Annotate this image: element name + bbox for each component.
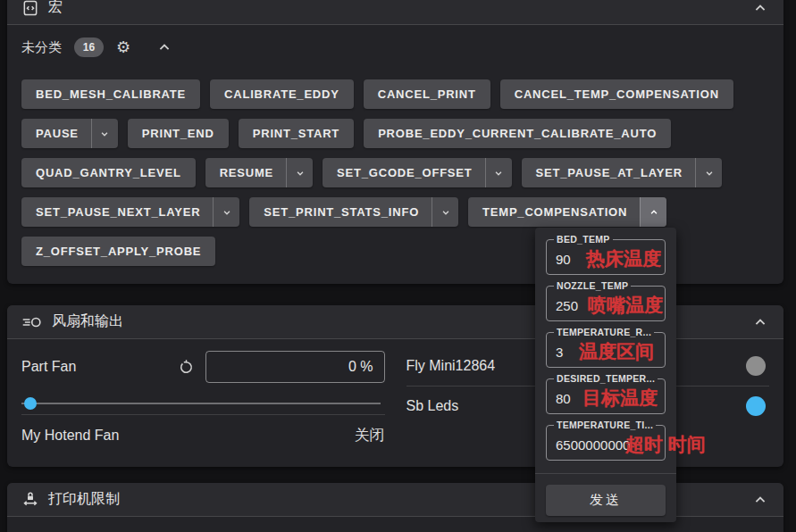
slider-track[interactable] — [21, 403, 381, 404]
temp-compensation-params-dropdown: BED_TEMP 热床温度 NOZZLE_TEMP 喷嘴温度 TEMPERATU… — [535, 228, 676, 522]
macro-button-print-end[interactable]: PRINT_END — [128, 119, 229, 148]
chevron-up-icon[interactable] — [640, 197, 666, 227]
macro-row-2: PAUSE PRINT_END PRINT_START PROBE_EDDY_C… — [7, 119, 783, 148]
param-input-nozzle-temp[interactable] — [547, 287, 665, 320]
macros-panel-header: 宏 — [7, 0, 783, 25]
macro-button-pause[interactable]: PAUSE — [21, 119, 118, 148]
fans-left-column: Part Fan My Hotend Fan 关 — [21, 346, 385, 455]
slider-thumb[interactable] — [24, 397, 37, 410]
macro-button-cancel-temp-compensation[interactable]: CANCEL_TEMP_COMPENSATION — [500, 79, 733, 109]
reset-icon[interactable] — [178, 359, 195, 376]
macro-button-bed-mesh-calibrate[interactable]: BED_MESH_CALIBRATE — [21, 79, 200, 109]
param-input-bed-temp[interactable] — [547, 240, 665, 274]
printer-dashboard: 宏 未分类 16 ⚙ BED_MESH_CALIBRATE CALIBRATE_… — [0, 0, 796, 532]
param-field-temperature-timeout: TEMPERATURE_TI... 超时 时间 — [546, 425, 666, 461]
divider — [535, 473, 676, 474]
macro-button-set-gcode-offset[interactable]: SET_GCODE_OFFSET — [323, 158, 512, 187]
collapse-fans-chevron-up-icon[interactable] — [751, 313, 769, 331]
param-input-temperature-timeout[interactable] — [547, 426, 665, 460]
macro-button-print-start[interactable]: PRINT_START — [239, 119, 354, 148]
macro-row-4: SET_PAUSE_NEXT_LAYER SET_PRINT_STATS_INF… — [7, 197, 783, 227]
macro-button-set-pause-next-layer[interactable]: SET_PAUSE_NEXT_LAYER — [21, 197, 239, 227]
param-label: DESIRED_TEMPER... — [554, 373, 658, 384]
macro-row-3: QUAD_GANTRY_LEVEL RESUME SET_GCODE_OFFSE… — [7, 158, 783, 187]
chevron-down-icon[interactable] — [695, 158, 722, 187]
collapse-category-chevron-up-icon[interactable] — [155, 38, 173, 56]
param-field-bed-temp: BED_TEMP 热床温度 — [546, 239, 666, 275]
param-input-desired-temperature[interactable] — [547, 379, 665, 413]
macro-button-probe-eddy-current-calibrate-auto[interactable]: PROBE_EDDY_CURRENT_CALIBRATE_AUTO — [364, 119, 671, 148]
chevron-down-icon[interactable] — [213, 197, 239, 227]
collapse-limits-chevron-up-icon[interactable] — [751, 491, 769, 509]
param-label: TEMPERATURE_TI... — [554, 420, 656, 430]
fan-icon — [21, 314, 43, 330]
part-fan-label: Part Fan — [21, 359, 167, 375]
param-label: NOZZLE_TEMP — [554, 280, 631, 291]
chevron-down-icon[interactable] — [485, 158, 512, 187]
limits-panel-title: 打印机限制 — [48, 490, 120, 509]
chevron-down-icon[interactable] — [91, 119, 118, 148]
part-fan-row: Part Fan — [21, 346, 385, 387]
chevron-down-icon[interactable] — [286, 158, 313, 187]
led-toggle-off[interactable] — [746, 356, 766, 376]
macro-button-resume[interactable]: RESUME — [205, 158, 313, 187]
macro-button-calibrate-eddy[interactable]: CALIBRATE_EDDY — [210, 79, 354, 109]
param-field-temperature-range: TEMPERATURE_R... 温度区间 — [546, 332, 666, 368]
fans-panel-title: 风扇和输出 — [52, 312, 123, 331]
part-fan-speed-input[interactable] — [205, 351, 385, 383]
macro-button-set-print-stats-info[interactable]: SET_PRINT_STATS_INFO — [249, 197, 458, 227]
collapse-macros-chevron-up-icon[interactable] — [751, 0, 769, 17]
send-button[interactable]: 发送 — [546, 485, 666, 516]
gear-icon[interactable]: ⚙ — [116, 39, 130, 55]
hotend-fan-label: My Hotend Fan — [21, 428, 355, 444]
param-field-desired-temperature: DESIRED_TEMPER... 目标温度 — [546, 378, 666, 414]
macro-button-cancel-print[interactable]: CANCEL_PRINT — [364, 79, 490, 109]
macro-count-badge: 16 — [74, 37, 104, 57]
macro-button-z-offset-apply-probe[interactable]: Z_OFFSET_APPLY_PROBE — [21, 237, 215, 266]
macro-button-quad-gantry-level[interactable]: QUAD_GANTRY_LEVEL — [21, 158, 196, 187]
param-input-temperature-range[interactable] — [547, 333, 665, 367]
macro-icon — [21, 0, 39, 17]
chevron-down-icon[interactable] — [432, 197, 458, 227]
part-fan-slider[interactable] — [21, 395, 385, 412]
macro-category-row: 未分类 16 ⚙ — [7, 25, 783, 70]
hotend-fan-row: My Hotend Fan 关闭 — [21, 415, 385, 455]
macros-panel-title: 宏 — [48, 0, 63, 17]
macro-row-1: BED_MESH_CALIBRATE CALIBRATE_EDDY CANCEL… — [7, 79, 783, 109]
param-label: TEMPERATURE_R... — [554, 327, 654, 337]
macro-button-temp-compensation[interactable]: TEMP_COMPENSATION — [468, 197, 666, 227]
speed-limit-lock-icon — [21, 491, 39, 509]
macro-category-label: 未分类 — [21, 39, 62, 56]
param-field-nozzle-temp: NOZZLE_TEMP 喷嘴温度 — [546, 286, 666, 321]
macro-button-set-pause-at-layer[interactable]: SET_PAUSE_AT_LAYER — [522, 158, 722, 187]
led-toggle-on[interactable] — [746, 396, 766, 416]
hotend-fan-state: 关闭 — [355, 425, 385, 445]
param-label: BED_TEMP — [554, 234, 613, 245]
